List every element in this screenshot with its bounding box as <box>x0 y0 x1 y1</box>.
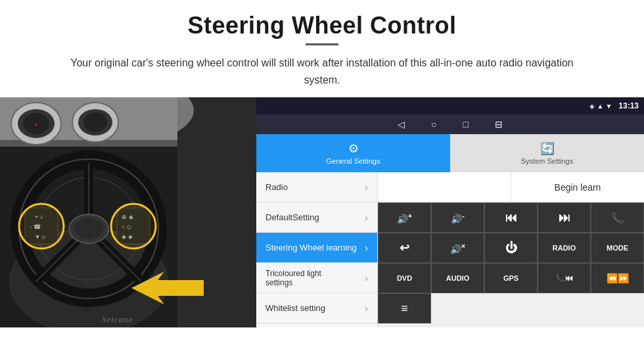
menu-item-whitelist-label: Whitelist setting <box>265 303 365 313</box>
svg-text:Seicane: Seicane <box>102 314 133 324</box>
settings-tabs: ⚙ General Settings 🔄 System Settings <box>256 134 644 172</box>
last-empty-area <box>431 293 644 323</box>
vol-down-icon: 🔊- <box>451 212 465 224</box>
audio-btn[interactable]: AUDIO <box>431 263 484 293</box>
next-track-btn[interactable]: ⏭ <box>538 203 591 233</box>
vol-down-btn[interactable]: 🔊- <box>431 203 484 233</box>
settings-menu: Radio › DefaultSetting › Steering Wheel … <box>256 172 378 327</box>
begin-learn-button[interactable]: Begin learn <box>511 172 644 202</box>
tab-system[interactable]: 🔄 System Settings <box>450 134 644 172</box>
vol-up-icon: 🔊+ <box>397 212 412 224</box>
system-settings-icon: 🔄 <box>540 141 555 156</box>
car-background-svg: ● <box>0 97 256 327</box>
svg-point-32 <box>19 204 64 249</box>
page-subtitle: Your original car's steering wheel contr… <box>53 55 591 88</box>
settings-right-panel: Begin learn 🔊+ 🔊- ⏮ <box>378 172 644 327</box>
skip-btn[interactable]: ⏪⏩ <box>591 263 644 293</box>
list-icon-btn[interactable]: ≡ <box>378 293 431 323</box>
page-wrapper: Steering Wheel Control Your original car… <box>0 0 644 327</box>
svg-text:●: ● <box>35 122 38 128</box>
menu-item-tricoloured-label: Tricoloured lightsettings <box>265 269 365 287</box>
vol-up-btn[interactable]: 🔊+ <box>378 203 431 233</box>
nav-back-btn[interactable]: ◁ <box>398 119 405 130</box>
menu-item-default-label: DefaultSetting <box>265 212 365 222</box>
mute-btn[interactable]: 🔊× <box>431 233 484 263</box>
nav-home-btn[interactable]: ○ <box>431 119 436 130</box>
general-settings-icon: ⚙ <box>348 141 359 156</box>
menu-item-whitelist[interactable]: Whitelist setting › <box>256 293 377 323</box>
menu-item-steering-wheel[interactable]: Steering Wheel learning › <box>256 233 377 263</box>
prev-track-btn[interactable]: ⏮ <box>484 203 538 233</box>
call-icon: 📞 <box>611 212 624 224</box>
svg-point-33 <box>111 204 156 249</box>
status-time: 13:13 <box>618 101 639 110</box>
top-control-row: Begin learn <box>378 172 644 203</box>
main-content: ● <box>0 97 644 327</box>
control-grid-row3: DVD AUDIO GPS 📞⏮ ⏪⏩ <box>378 263 644 293</box>
whitelist-chevron-icon: › <box>365 303 368 314</box>
status-bar: ◈ ▲ ▼ 13:13 <box>256 97 644 114</box>
tricoloured-chevron-icon: › <box>365 273 368 283</box>
mute-icon: 🔊× <box>450 242 465 254</box>
gps-label: GPS <box>503 274 518 282</box>
last-row: ≡ <box>378 293 644 323</box>
location-icon: ◈ <box>589 103 595 110</box>
dvd-btn[interactable]: DVD <box>378 263 431 293</box>
title-divider <box>306 43 338 45</box>
gps-btn[interactable]: GPS <box>484 263 538 293</box>
control-grid-row2: ↩ 🔊× ⏻ RADIO MODE <box>378 233 644 263</box>
menu-item-radio-label: Radio <box>265 182 365 192</box>
system-settings-label: System Settings <box>521 157 573 165</box>
audio-label: AUDIO <box>446 274 469 282</box>
menu-item-steering-label: Steering Wheel learning <box>265 243 365 252</box>
return-icon: ↩ <box>400 241 409 255</box>
call-prev-icon: 📞⏮ <box>555 274 573 283</box>
radio-chevron-icon: › <box>365 182 368 193</box>
signal-icon: ▲ <box>597 103 603 110</box>
header-section: Steering Wheel Control Your original car… <box>0 0 644 97</box>
power-icon: ⏻ <box>505 241 517 255</box>
mode-label: MODE <box>607 244 628 252</box>
nav-recent-btn[interactable]: □ <box>463 119 469 130</box>
menu-item-default-setting[interactable]: DefaultSetting › <box>256 203 377 233</box>
skip-icon: ⏪⏩ <box>607 273 629 283</box>
return-btn[interactable]: ↩ <box>378 233 431 263</box>
dvd-label: DVD <box>397 274 412 282</box>
nav-bar: ◁ ○ □ ⊟ <box>256 114 644 134</box>
radio-label: RADIO <box>553 244 576 252</box>
android-panel: ◈ ▲ ▼ 13:13 ◁ ○ □ ⊟ ⚙ General Settings <box>256 97 644 327</box>
settings-body: Radio › DefaultSetting › Steering Wheel … <box>256 172 644 327</box>
menu-item-radio[interactable]: Radio › <box>256 172 377 203</box>
tab-general[interactable]: ⚙ General Settings <box>256 134 450 172</box>
status-icons: ◈ ▲ ▼ <box>589 103 612 110</box>
next-track-icon: ⏭ <box>559 211 570 225</box>
svg-point-10 <box>83 112 107 132</box>
prev-track-icon: ⏮ <box>505 211 517 225</box>
svg-point-23 <box>74 218 103 239</box>
radio-btn[interactable]: RADIO <box>538 233 591 263</box>
call-btn[interactable]: 📞 <box>591 203 644 233</box>
wifi-icon: ▼ <box>605 103 612 110</box>
empty-input-box <box>378 172 511 202</box>
car-image-area: ● <box>0 97 256 327</box>
control-grid-row1: 🔊+ 🔊- ⏮ ⏭ 📞 <box>378 203 644 233</box>
default-chevron-icon: › <box>365 212 368 223</box>
list-icon: ≡ <box>401 302 408 316</box>
menu-item-tricoloured[interactable]: Tricoloured lightsettings › <box>256 263 377 293</box>
nav-menu-btn[interactable]: ⊟ <box>495 119 503 130</box>
general-settings-label: General Settings <box>327 157 380 165</box>
power-btn[interactable]: ⏻ <box>484 233 538 263</box>
steering-chevron-icon: › <box>365 243 368 253</box>
call-prev-btn[interactable]: 📞⏮ <box>538 263 591 293</box>
mode-btn[interactable]: MODE <box>591 233 644 263</box>
page-title: Steering Wheel Control <box>39 12 605 39</box>
